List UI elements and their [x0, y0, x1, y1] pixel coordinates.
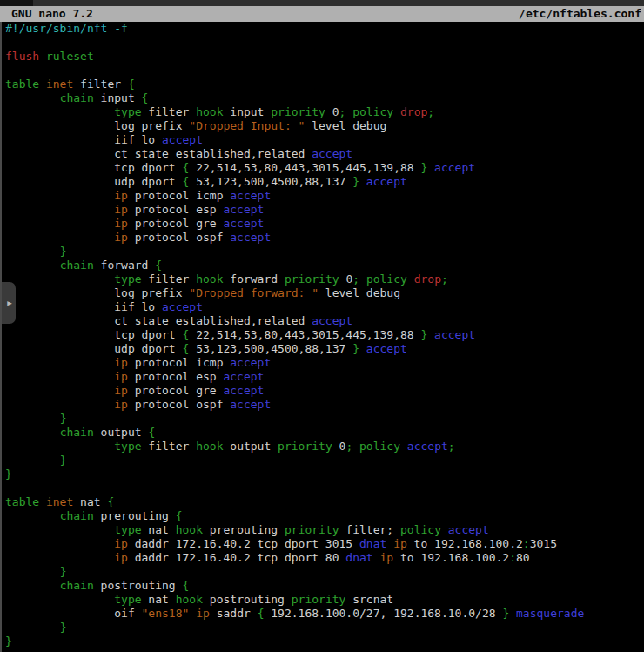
- window-top-strip: [0, 0, 644, 6]
- nano-titlebar: GNU nano 7.2 /etc/nftables.conf: [0, 6, 644, 22]
- code-line: type filter hook forward priority 0; pol…: [5, 272, 644, 286]
- code-line: type filter hook input priority 0; polic…: [5, 105, 644, 119]
- code-line: iif lo accept: [5, 300, 644, 314]
- code-line: table inet nat {: [5, 495, 644, 509]
- nano-app-version: GNU nano 7.2: [11, 6, 93, 22]
- code-line: ip protocol esp accept: [5, 203, 644, 217]
- code-line: ct state established,related accept: [5, 314, 644, 328]
- code-line: ip protocol gre accept: [5, 217, 644, 231]
- code-line: chain forward {: [5, 259, 644, 272]
- code-line: ip protocol ospf accept: [5, 398, 644, 412]
- code-line: type nat hook postrouting priority srcna…: [5, 593, 644, 607]
- code-line: ip protocol icmp accept: [5, 356, 644, 370]
- code-line: }: [5, 454, 644, 467]
- code-line: log prefix "Dropped forward: " level deb…: [5, 286, 644, 300]
- code-line: }: [5, 245, 644, 259]
- code-line: log prefix "Dropped Input: " level debug: [5, 119, 644, 133]
- code-line: ip protocol esp accept: [5, 370, 644, 384]
- code-line: ct state established,related accept: [5, 147, 644, 161]
- code-line: #!/usr/sbin/nft -f: [5, 22, 644, 36]
- code-line: udp dport { 53,123,500,4500,88,137 } acc…: [5, 342, 644, 356]
- code-line: }: [5, 635, 644, 649]
- code-line: chain postrouting {: [5, 579, 644, 593]
- code-line: oif "ens18" ip saddr { 192.168.100.0/27,…: [5, 607, 644, 621]
- code-line: chain input {: [5, 91, 644, 105]
- code-line: tcp dport { 22,514,53,80,443,3015,445,13…: [5, 328, 644, 342]
- code-line: tcp dport { 22,514,53,80,443,3015,445,13…: [5, 161, 644, 175]
- code-line: ip protocol gre accept: [5, 384, 644, 398]
- code-line: table inet filter {: [5, 77, 644, 91]
- code-line: [5, 36, 644, 50]
- code-line: chain prerouting {: [5, 509, 644, 523]
- code-line: ip daddr 172.16.40.2 tcp dport 3015 dnat…: [5, 537, 644, 551]
- side-panel-handle[interactable]: ▶: [2, 282, 16, 324]
- nano-open-filename: /etc/nftables.conf: [519, 6, 641, 22]
- code-line: [5, 64, 644, 77]
- code-line: udp dport { 53,123,500,4500,88,137 } acc…: [5, 175, 644, 189]
- code-line: iif lo accept: [5, 133, 644, 147]
- code-line: chain output {: [5, 426, 644, 440]
- code-line: }: [5, 467, 644, 481]
- code-line: type filter hook output priority 0; poli…: [5, 440, 644, 454]
- code-line: ip protocol icmp accept: [5, 189, 644, 203]
- expand-arrow-icon: ▶: [7, 299, 11, 307]
- code-line: [5, 481, 644, 495]
- code-line: ip daddr 172.16.40.2 tcp dport 80 dnat i…: [5, 551, 644, 565]
- code-line: ip protocol ospf accept: [5, 231, 644, 245]
- code-line: type nat hook prerouting priority filter…: [5, 523, 644, 537]
- code-line: }: [5, 412, 644, 426]
- terminal-screen: GNU nano 7.2 /etc/nftables.conf #!/usr/s…: [0, 0, 644, 652]
- code-line: flush ruleset: [5, 50, 644, 64]
- code-line: }: [5, 565, 644, 579]
- editor-text-area[interactable]: #!/usr/sbin/nft -f flush ruleset table i…: [0, 22, 644, 652]
- window-tab-remnant: [0, 0, 33, 6]
- code-line: }: [5, 621, 644, 635]
